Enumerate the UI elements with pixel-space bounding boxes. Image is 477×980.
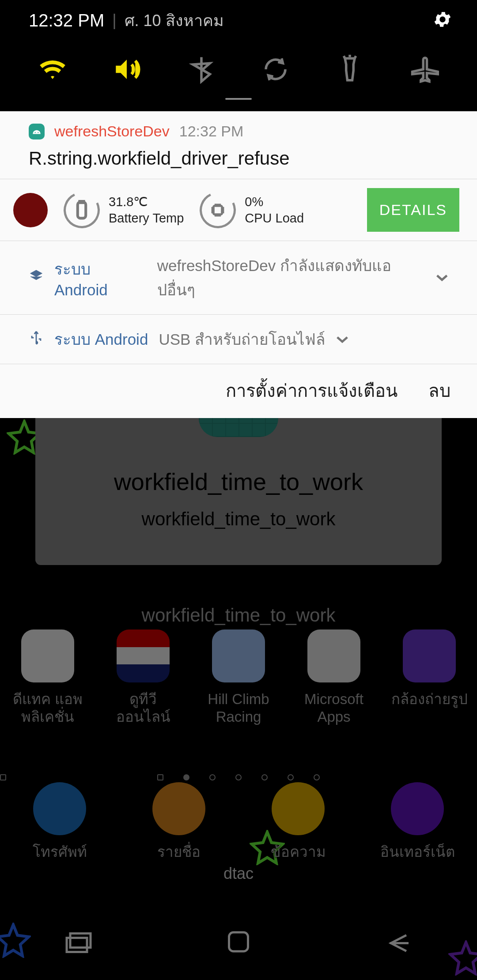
chevron-down-icon [435, 273, 448, 282]
notification-system-stats[interactable]: 31.8℃Battery Temp 0%CPU Load DETAILS [0, 179, 477, 241]
notification-time: 12:32 PM [179, 123, 244, 140]
notification-title: R.string.workfield_driver_refuse [29, 148, 448, 169]
system-desc: wefreshStoreDev กำลังแสดงทับแอปอื่นๆ [157, 253, 425, 302]
notification-system-usb[interactable]: ระบบ Android USB สำหรับถ่ายโอนไฟล์ [0, 314, 477, 364]
battery-temp-gauge [58, 187, 105, 233]
battery-temp-label: Battery Temp [109, 210, 184, 226]
qs-bluetooth[interactable] [182, 54, 221, 85]
chevron-down-icon [336, 335, 349, 344]
antutu-icon [13, 193, 48, 227]
settings-icon[interactable] [432, 9, 453, 31]
qs-airplane[interactable] [405, 54, 444, 85]
system-label: ระบบ Android [54, 257, 147, 299]
qs-rotate[interactable] [256, 54, 295, 85]
svg-rect-11 [214, 206, 222, 214]
system-desc: USB สำหรับถ่ายโอนไฟล์ [159, 327, 325, 351]
clear-all-button[interactable]: ลบ [428, 377, 450, 405]
cpu-load-gauge [195, 187, 241, 233]
system-label: ระบบ Android [54, 327, 148, 351]
notification-shade[interactable]: 12:32 PM | ศ. 10 สิงหาคม wefreshStoreDev… [0, 0, 477, 418]
usb-icon [29, 330, 44, 349]
qs-sound[interactable] [107, 54, 147, 85]
status-date: ศ. 10 สิงหาคม [125, 8, 224, 33]
svg-rect-10 [80, 200, 83, 203]
cpu-load-label: CPU Load [245, 210, 304, 226]
svg-point-7 [35, 132, 36, 133]
status-bar: 12:32 PM | ศ. 10 สิงหาคม [0, 0, 477, 41]
android-app-icon [29, 124, 45, 139]
shade-handle[interactable] [0, 98, 477, 111]
svg-point-8 [38, 132, 38, 133]
status-time: 12:32 PM [29, 11, 104, 30]
qs-torch[interactable] [330, 54, 370, 85]
battery-temp-value: 31.8℃ [109, 194, 184, 210]
notification-app-name: wefreshStoreDev [54, 123, 170, 140]
qs-wifi[interactable] [33, 54, 72, 85]
notification-system-overlay[interactable]: ระบบ Android wefreshStoreDev กำลังแสดงทั… [0, 241, 477, 314]
svg-rect-9 [78, 202, 86, 218]
notification-wefresh[interactable]: wefreshStoreDev 12:32 PM R.string.workfi… [0, 111, 477, 179]
layers-icon [29, 268, 44, 287]
cpu-load-value: 0% [245, 194, 304, 210]
notification-settings-button[interactable]: การตั้งค่าการแจ้งเตือน [226, 377, 398, 405]
details-button[interactable]: DETAILS [367, 188, 459, 232]
